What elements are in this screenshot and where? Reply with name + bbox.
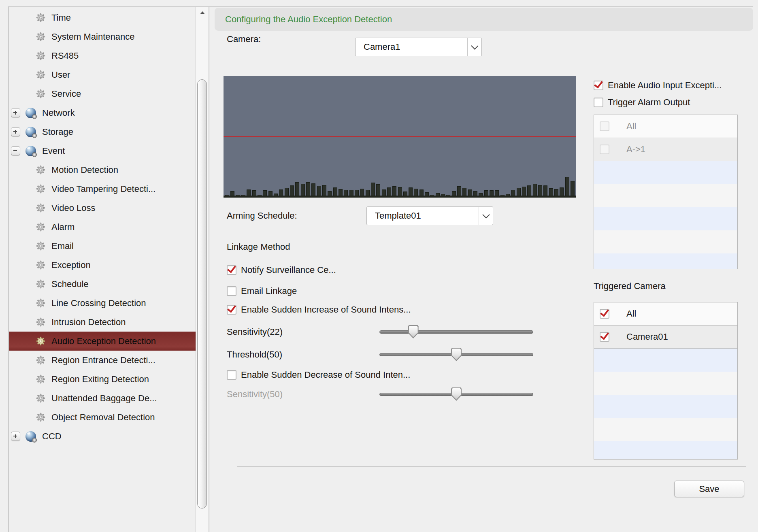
slider-handle[interactable] xyxy=(408,325,419,338)
sensitivity-decrease-slider[interactable] xyxy=(379,387,533,401)
collapse-minus-icon[interactable] xyxy=(11,146,20,155)
sidebar-item-email[interactable]: Email xyxy=(9,236,196,255)
dropdown-arrow-button[interactable] xyxy=(479,207,493,225)
alarm-output-row-a1[interactable]: A->1 xyxy=(594,138,737,161)
waveform-bar xyxy=(333,187,337,196)
waveform-bar xyxy=(295,182,299,196)
sudden-decrease-checkbox-row[interactable]: Enable Sudden Decrease of Sound Inten... xyxy=(227,369,410,381)
sudden-increase-checkbox[interactable] xyxy=(227,305,236,315)
table-filler-row xyxy=(594,372,737,395)
sidebar-item-video-tampering-detection[interactable]: Video Tampering Detecti... xyxy=(9,179,196,198)
threshold-label: Threshold(50) xyxy=(227,349,282,360)
sidebar-item-system-maintenance[interactable]: System Maintenance xyxy=(9,27,196,46)
waveform-bar xyxy=(376,184,380,196)
sidebar-scrollbar[interactable] xyxy=(196,7,209,532)
sensitivity-increase-slider[interactable] xyxy=(379,325,533,339)
waveform-bar xyxy=(527,185,531,196)
sidebar-item-motion-detection[interactable]: Motion Detection xyxy=(9,160,196,179)
sidebar-item-intrusion-detection[interactable]: Intrusion Detection xyxy=(9,313,196,332)
gear-icon xyxy=(36,260,45,270)
sidebar-item-alarm[interactable]: Alarm xyxy=(9,217,196,236)
waveform-bar xyxy=(322,185,326,196)
triggered-camera-row-all[interactable]: All xyxy=(594,302,737,326)
alarm-output-a1-checkbox[interactable] xyxy=(600,145,609,154)
waveform-bar xyxy=(382,189,386,196)
enable-audio-input-checkbox[interactable] xyxy=(594,81,603,90)
notify-surveillance-checkbox-row[interactable]: Notify Surveillance Ce... xyxy=(227,264,336,276)
sudden-decrease-label: Enable Sudden Decrease of Sound Inten... xyxy=(241,370,410,380)
gear-icon xyxy=(36,355,45,365)
alarm-output-row-all[interactable]: All xyxy=(594,115,737,138)
sidebar-item-schedule[interactable]: Schedule xyxy=(9,275,196,294)
sidebar-item-label: Audio Exception Detection xyxy=(51,336,156,347)
gear-icon xyxy=(36,279,45,289)
threshold-slider[interactable] xyxy=(379,348,533,362)
waveform-bar xyxy=(306,182,310,196)
waveform-bar xyxy=(387,187,391,196)
sidebar-item-label: Network xyxy=(42,108,75,118)
sidebar-item-label: Video Tampering Detecti... xyxy=(51,184,155,194)
gear-icon xyxy=(36,298,45,308)
save-button[interactable]: Save xyxy=(674,481,744,497)
arming-schedule-select[interactable]: Template01 xyxy=(366,206,493,225)
threshold-line xyxy=(224,136,576,137)
expand-plus-icon[interactable] xyxy=(11,432,20,441)
triggered-camera-all-checkbox[interactable] xyxy=(600,309,609,319)
waveform-bar xyxy=(495,190,499,196)
slider-handle[interactable] xyxy=(451,387,462,401)
sidebar-item-exception[interactable]: Exception xyxy=(9,255,196,275)
trigger-alarm-output-checkbox[interactable] xyxy=(594,98,603,107)
expand-plus-icon[interactable] xyxy=(11,127,20,136)
sidebar-item-network[interactable]: Network xyxy=(9,103,196,122)
waveform-bar xyxy=(252,190,256,196)
sidebar-item-label: Region Exiting Detection xyxy=(51,374,149,385)
email-linkage-checkbox-row[interactable]: Email Linkage xyxy=(227,285,297,297)
dropdown-arrow-button[interactable] xyxy=(467,38,481,56)
sidebar-item-unattended-baggage-detection[interactable]: Unattended Baggage De... xyxy=(9,389,196,408)
scrollbar-up-button[interactable] xyxy=(196,7,209,18)
sidebar-item-time[interactable]: Time xyxy=(9,8,196,27)
sidebar-item-line-crossing-detection[interactable]: Line Crossing Detection xyxy=(9,294,196,313)
sidebar-item-ccd[interactable]: CCD xyxy=(9,427,196,446)
slider-handle[interactable] xyxy=(451,348,462,361)
notify-surveillance-checkbox[interactable] xyxy=(227,265,236,275)
waveform-bar xyxy=(311,183,315,196)
scrollbar-thumb[interactable] xyxy=(197,79,207,509)
gear-icon xyxy=(36,222,45,232)
table-filler-row xyxy=(594,418,737,441)
email-linkage-checkbox[interactable] xyxy=(227,286,236,296)
arrow-up-icon xyxy=(200,11,205,14)
sidebar-item-video-loss[interactable]: Video Loss xyxy=(9,198,196,217)
gear-icon xyxy=(36,413,45,422)
sidebar-item-region-entrance-detection[interactable]: Region Entrance Detecti... xyxy=(9,351,196,370)
camera-select[interactable]: Camera1 xyxy=(355,38,482,56)
waveform-bar xyxy=(517,188,521,196)
sidebar-item-audio-exception-detection[interactable]: Audio Exception Detection xyxy=(9,332,196,351)
triggered-camera-camera01-checkbox[interactable] xyxy=(600,332,609,342)
waveform-baseline xyxy=(224,196,576,198)
sidebar-item-rs485[interactable]: RS485 xyxy=(9,46,196,65)
sudden-increase-checkbox-row[interactable]: Enable Sudden Increase of Sound Intens..… xyxy=(227,304,411,316)
sidebar-item-label: System Maintenance xyxy=(51,32,134,42)
arming-schedule-value: Template01 xyxy=(375,211,421,221)
sidebar-item-service[interactable]: Service xyxy=(9,84,196,103)
gear-icon xyxy=(36,70,45,79)
sidebar-item-region-exiting-detection[interactable]: Region Exiting Detection xyxy=(9,370,196,389)
triggered-camera-row-camera01[interactable]: Camera01 xyxy=(594,326,737,349)
waveform-bar xyxy=(511,190,515,196)
sidebar-item-object-removal-detection[interactable]: Object Removal Detection xyxy=(9,408,196,427)
sudden-decrease-checkbox[interactable] xyxy=(227,370,236,380)
settings-tree: Time System Maintenance RS485 User Servi… xyxy=(9,8,196,446)
enable-audio-input-checkbox-row[interactable]: Enable Audio Input Excepti... xyxy=(594,79,722,92)
trigger-alarm-output-label: Trigger Alarm Output xyxy=(608,97,690,108)
expand-plus-icon[interactable] xyxy=(11,108,20,117)
slider-track[interactable] xyxy=(379,330,533,334)
trigger-alarm-output-checkbox-row[interactable]: Trigger Alarm Output xyxy=(594,96,690,109)
sidebar-item-event[interactable]: Event xyxy=(9,141,196,160)
sidebar-item-label: Alarm xyxy=(51,222,75,232)
sidebar-item-user[interactable]: User xyxy=(9,65,196,84)
alarm-output-all-checkbox[interactable] xyxy=(600,121,609,131)
waveform-bar xyxy=(543,185,547,196)
alarm-output-table: All A->1 xyxy=(594,115,738,269)
sidebar-item-storage[interactable]: Storage xyxy=(9,122,196,141)
